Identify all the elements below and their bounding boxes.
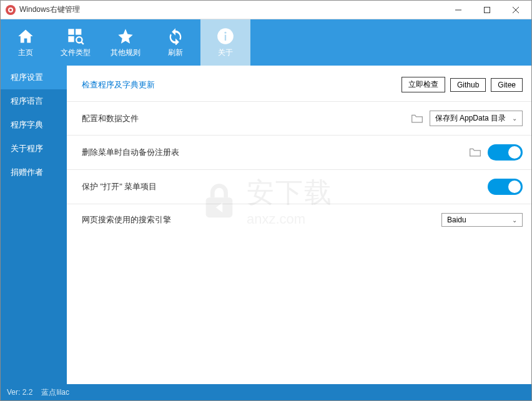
check-now-button[interactable]: 立即检查 — [401, 77, 445, 92]
window-title: Windows右键管理 — [19, 4, 444, 15]
toolbar-about-label: 关于 — [218, 47, 233, 58]
version-label: Ver: 2.2 — [7, 388, 32, 397]
toolbar-home-label: 主页 — [18, 47, 33, 58]
chevron-down-icon: ⌄ — [512, 115, 517, 122]
maximize-button[interactable] — [473, 1, 501, 19]
refresh-icon — [167, 27, 184, 45]
svg-point-1 — [9, 9, 12, 11]
config-path-select[interactable]: 保存到 AppData 目录 ⌄ — [430, 111, 523, 126]
home-icon — [17, 27, 34, 45]
toolbar-about[interactable]: 关于 — [200, 19, 250, 66]
toolbar-other-rules[interactable]: 其他规则 — [101, 19, 150, 66]
author-label: 蓝点lilac — [41, 387, 69, 398]
github-button[interactable]: Github — [450, 78, 486, 92]
svg-rect-3 — [485, 7, 490, 13]
folder-icon[interactable] — [411, 113, 423, 124]
app-icon — [6, 5, 16, 15]
backup-registry-toggle[interactable] — [488, 144, 523, 161]
sidebar-item-donate[interactable]: 捐赠作者 — [1, 161, 67, 184]
check-update-link[interactable]: 检查程序及字典更新 — [82, 79, 397, 91]
main-area: 程序设置 程序语言 程序字典 关于程序 捐赠作者 检查程序及字典更新 立即检查 … — [1, 66, 531, 384]
sidebar-item-about[interactable]: 关于程序 — [1, 137, 67, 161]
info-icon — [217, 27, 234, 45]
minimize-button[interactable] — [444, 1, 473, 19]
toolbar-refresh[interactable]: 刷新 — [150, 19, 200, 66]
search-engine-row: 网页搜索使用的搜索引擎 Baidu ⌄ — [67, 204, 531, 235]
svg-rect-12 — [225, 34, 226, 40]
sidebar-item-label: 程序设置 — [11, 72, 43, 82]
toolbar-filetype[interactable]: 文件类型 — [51, 19, 101, 66]
folder-icon[interactable] — [469, 147, 481, 158]
gitee-button[interactable]: Gitee — [491, 78, 523, 92]
select-value: Baidu — [447, 215, 466, 224]
svg-rect-7 — [76, 29, 81, 34]
svg-rect-6 — [68, 29, 74, 34]
sidebar-item-language[interactable]: 程序语言 — [1, 89, 67, 113]
close-button[interactable] — [501, 1, 530, 19]
titlebar: Windows右键管理 — [1, 1, 531, 19]
search-engine-label: 网页搜索使用的搜索引擎 — [82, 214, 441, 225]
sidebar-item-label: 程序语言 — [11, 96, 43, 106]
chevron-down-icon: ⌄ — [512, 217, 517, 224]
sidebar-item-label: 关于程序 — [11, 144, 43, 153]
search-engine-select[interactable]: Baidu ⌄ — [441, 213, 523, 227]
config-path-row: 配置和数据文件 保存到 AppData 目录 ⌄ — [67, 101, 531, 135]
svg-point-13 — [224, 31, 226, 33]
toolbar-filetype-label: 文件类型 — [61, 47, 91, 58]
sidebar: 程序设置 程序语言 程序字典 关于程序 捐赠作者 — [1, 66, 67, 384]
update-row: 检查程序及字典更新 立即检查 Github Gitee — [67, 66, 531, 101]
content-panel: 检查程序及字典更新 立即检查 Github Gitee 配置和数据文件 保存到 … — [67, 66, 531, 384]
star-icon — [117, 27, 134, 45]
select-value: 保存到 AppData 目录 — [435, 113, 506, 124]
toolbar-home[interactable]: 主页 — [1, 19, 51, 66]
sidebar-item-label: 捐赠作者 — [11, 167, 43, 177]
protect-open-label: 保护 "打开" 菜单项目 — [82, 181, 488, 192]
sidebar-item-settings[interactable]: 程序设置 — [1, 66, 67, 89]
svg-rect-8 — [68, 36, 74, 42]
toolbar: 主页 文件类型 其他规则 刷新 关于 — [1, 19, 531, 66]
protect-open-toggle[interactable] — [488, 179, 523, 195]
toolbar-refresh-label: 刷新 — [168, 47, 183, 58]
backup-registry-row: 删除菜单时自动备份注册表 — [67, 135, 531, 169]
toolbar-other-label: 其他规则 — [111, 47, 140, 58]
protect-open-row: 保护 "打开" 菜单项目 — [67, 169, 531, 204]
statusbar: Ver: 2.2 蓝点lilac — [1, 384, 531, 400]
sidebar-item-label: 程序字典 — [11, 120, 43, 129]
svg-point-9 — [76, 37, 82, 42]
grid-search-icon — [67, 27, 84, 45]
sidebar-item-dictionary[interactable]: 程序字典 — [1, 113, 67, 137]
backup-registry-label: 删除菜单时自动备份注册表 — [82, 147, 469, 158]
config-path-label: 配置和数据文件 — [82, 113, 411, 124]
svg-line-10 — [81, 42, 84, 44]
